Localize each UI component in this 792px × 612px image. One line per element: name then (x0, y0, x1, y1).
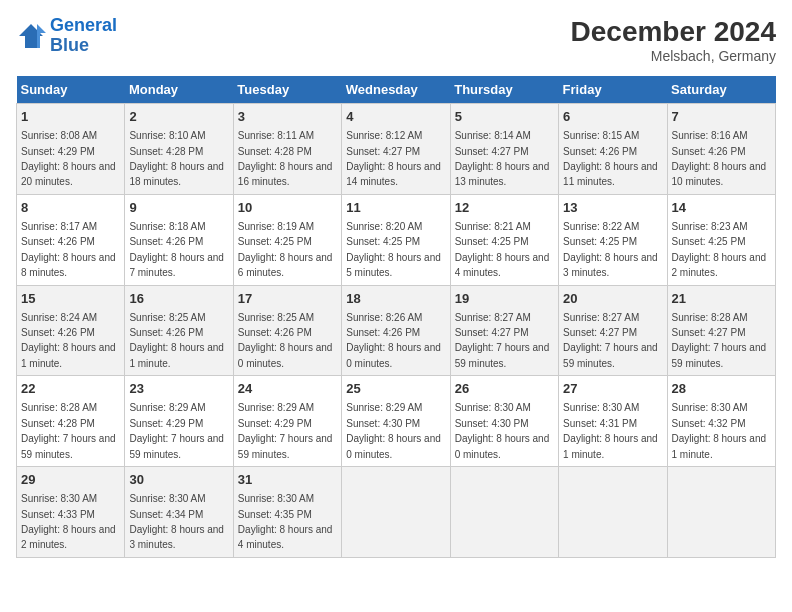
day-info: Sunrise: 8:25 AMSunset: 4:26 PMDaylight:… (129, 312, 224, 369)
day-info: Sunrise: 8:27 AMSunset: 4:27 PMDaylight:… (563, 312, 658, 369)
day-number: 26 (455, 380, 554, 398)
day-info: Sunrise: 8:12 AMSunset: 4:27 PMDaylight:… (346, 130, 441, 187)
column-header-monday: Monday (125, 76, 233, 104)
day-info: Sunrise: 8:29 AMSunset: 4:30 PMDaylight:… (346, 402, 441, 459)
calendar-cell: 28 Sunrise: 8:30 AMSunset: 4:32 PMDaylig… (667, 376, 775, 467)
day-number: 17 (238, 290, 337, 308)
calendar-header-row: SundayMondayTuesdayWednesdayThursdayFrid… (17, 76, 776, 104)
calendar-cell: 29 Sunrise: 8:30 AMSunset: 4:33 PMDaylig… (17, 467, 125, 558)
day-number: 22 (21, 380, 120, 398)
day-info: Sunrise: 8:23 AMSunset: 4:25 PMDaylight:… (672, 221, 767, 278)
day-number: 1 (21, 108, 120, 126)
day-number: 20 (563, 290, 662, 308)
day-number: 23 (129, 380, 228, 398)
calendar-cell: 23 Sunrise: 8:29 AMSunset: 4:29 PMDaylig… (125, 376, 233, 467)
day-number: 5 (455, 108, 554, 126)
calendar-cell: 19 Sunrise: 8:27 AMSunset: 4:27 PMDaylig… (450, 285, 558, 376)
day-info: Sunrise: 8:30 AMSunset: 4:33 PMDaylight:… (21, 493, 116, 550)
calendar-table: SundayMondayTuesdayWednesdayThursdayFrid… (16, 76, 776, 558)
calendar-cell: 2 Sunrise: 8:10 AMSunset: 4:28 PMDayligh… (125, 104, 233, 195)
day-info: Sunrise: 8:11 AMSunset: 4:28 PMDaylight:… (238, 130, 333, 187)
day-info: Sunrise: 8:30 AMSunset: 4:35 PMDaylight:… (238, 493, 333, 550)
logo: General Blue (16, 16, 117, 56)
page-header: General Blue December 2024 Melsbach, Ger… (16, 16, 776, 64)
day-number: 8 (21, 199, 120, 217)
day-info: Sunrise: 8:14 AMSunset: 4:27 PMDaylight:… (455, 130, 550, 187)
day-info: Sunrise: 8:24 AMSunset: 4:26 PMDaylight:… (21, 312, 116, 369)
day-info: Sunrise: 8:29 AMSunset: 4:29 PMDaylight:… (238, 402, 333, 459)
calendar-cell: 20 Sunrise: 8:27 AMSunset: 4:27 PMDaylig… (559, 285, 667, 376)
day-info: Sunrise: 8:26 AMSunset: 4:26 PMDaylight:… (346, 312, 441, 369)
day-info: Sunrise: 8:08 AMSunset: 4:29 PMDaylight:… (21, 130, 116, 187)
calendar-cell: 14 Sunrise: 8:23 AMSunset: 4:25 PMDaylig… (667, 194, 775, 285)
calendar-cell (667, 467, 775, 558)
day-number: 4 (346, 108, 445, 126)
calendar-cell: 16 Sunrise: 8:25 AMSunset: 4:26 PMDaylig… (125, 285, 233, 376)
day-number: 28 (672, 380, 771, 398)
day-number: 24 (238, 380, 337, 398)
calendar-week-row: 22 Sunrise: 8:28 AMSunset: 4:28 PMDaylig… (17, 376, 776, 467)
day-info: Sunrise: 8:30 AMSunset: 4:34 PMDaylight:… (129, 493, 224, 550)
day-number: 25 (346, 380, 445, 398)
day-info: Sunrise: 8:27 AMSunset: 4:27 PMDaylight:… (455, 312, 550, 369)
day-number: 6 (563, 108, 662, 126)
page-subtitle: Melsbach, Germany (571, 48, 776, 64)
calendar-cell: 11 Sunrise: 8:20 AMSunset: 4:25 PMDaylig… (342, 194, 450, 285)
day-info: Sunrise: 8:10 AMSunset: 4:28 PMDaylight:… (129, 130, 224, 187)
page-title: December 2024 (571, 16, 776, 48)
column-header-thursday: Thursday (450, 76, 558, 104)
calendar-cell: 31 Sunrise: 8:30 AMSunset: 4:35 PMDaylig… (233, 467, 341, 558)
calendar-week-row: 1 Sunrise: 8:08 AMSunset: 4:29 PMDayligh… (17, 104, 776, 195)
day-info: Sunrise: 8:30 AMSunset: 4:31 PMDaylight:… (563, 402, 658, 459)
calendar-week-row: 29 Sunrise: 8:30 AMSunset: 4:33 PMDaylig… (17, 467, 776, 558)
day-number: 14 (672, 199, 771, 217)
day-info: Sunrise: 8:21 AMSunset: 4:25 PMDaylight:… (455, 221, 550, 278)
calendar-cell: 9 Sunrise: 8:18 AMSunset: 4:26 PMDayligh… (125, 194, 233, 285)
calendar-cell: 15 Sunrise: 8:24 AMSunset: 4:26 PMDaylig… (17, 285, 125, 376)
day-info: Sunrise: 8:22 AMSunset: 4:25 PMDaylight:… (563, 221, 658, 278)
calendar-cell: 4 Sunrise: 8:12 AMSunset: 4:27 PMDayligh… (342, 104, 450, 195)
calendar-cell: 12 Sunrise: 8:21 AMSunset: 4:25 PMDaylig… (450, 194, 558, 285)
calendar-week-row: 15 Sunrise: 8:24 AMSunset: 4:26 PMDaylig… (17, 285, 776, 376)
day-number: 7 (672, 108, 771, 126)
calendar-cell: 24 Sunrise: 8:29 AMSunset: 4:29 PMDaylig… (233, 376, 341, 467)
day-info: Sunrise: 8:30 AMSunset: 4:30 PMDaylight:… (455, 402, 550, 459)
calendar-cell: 8 Sunrise: 8:17 AMSunset: 4:26 PMDayligh… (17, 194, 125, 285)
day-info: Sunrise: 8:28 AMSunset: 4:28 PMDaylight:… (21, 402, 116, 459)
column-header-friday: Friday (559, 76, 667, 104)
calendar-cell: 18 Sunrise: 8:26 AMSunset: 4:26 PMDaylig… (342, 285, 450, 376)
calendar-cell: 17 Sunrise: 8:25 AMSunset: 4:26 PMDaylig… (233, 285, 341, 376)
day-info: Sunrise: 8:18 AMSunset: 4:26 PMDaylight:… (129, 221, 224, 278)
day-number: 2 (129, 108, 228, 126)
day-info: Sunrise: 8:25 AMSunset: 4:26 PMDaylight:… (238, 312, 333, 369)
logo-line2: Blue (50, 35, 89, 55)
day-info: Sunrise: 8:30 AMSunset: 4:32 PMDaylight:… (672, 402, 767, 459)
day-number: 21 (672, 290, 771, 308)
day-number: 27 (563, 380, 662, 398)
day-number: 3 (238, 108, 337, 126)
calendar-cell: 21 Sunrise: 8:28 AMSunset: 4:27 PMDaylig… (667, 285, 775, 376)
day-info: Sunrise: 8:19 AMSunset: 4:25 PMDaylight:… (238, 221, 333, 278)
day-info: Sunrise: 8:15 AMSunset: 4:26 PMDaylight:… (563, 130, 658, 187)
calendar-cell: 5 Sunrise: 8:14 AMSunset: 4:27 PMDayligh… (450, 104, 558, 195)
day-number: 11 (346, 199, 445, 217)
day-number: 30 (129, 471, 228, 489)
calendar-cell: 3 Sunrise: 8:11 AMSunset: 4:28 PMDayligh… (233, 104, 341, 195)
day-number: 31 (238, 471, 337, 489)
title-area: December 2024 Melsbach, Germany (571, 16, 776, 64)
calendar-cell: 25 Sunrise: 8:29 AMSunset: 4:30 PMDaylig… (342, 376, 450, 467)
calendar-cell: 7 Sunrise: 8:16 AMSunset: 4:26 PMDayligh… (667, 104, 775, 195)
calendar-cell: 6 Sunrise: 8:15 AMSunset: 4:26 PMDayligh… (559, 104, 667, 195)
calendar-cell: 13 Sunrise: 8:22 AMSunset: 4:25 PMDaylig… (559, 194, 667, 285)
day-number: 16 (129, 290, 228, 308)
day-number: 13 (563, 199, 662, 217)
day-info: Sunrise: 8:29 AMSunset: 4:29 PMDaylight:… (129, 402, 224, 459)
calendar-cell (342, 467, 450, 558)
calendar-cell: 27 Sunrise: 8:30 AMSunset: 4:31 PMDaylig… (559, 376, 667, 467)
day-number: 10 (238, 199, 337, 217)
calendar-cell (450, 467, 558, 558)
calendar-cell: 10 Sunrise: 8:19 AMSunset: 4:25 PMDaylig… (233, 194, 341, 285)
day-info: Sunrise: 8:16 AMSunset: 4:26 PMDaylight:… (672, 130, 767, 187)
calendar-cell: 30 Sunrise: 8:30 AMSunset: 4:34 PMDaylig… (125, 467, 233, 558)
column-header-sunday: Sunday (17, 76, 125, 104)
